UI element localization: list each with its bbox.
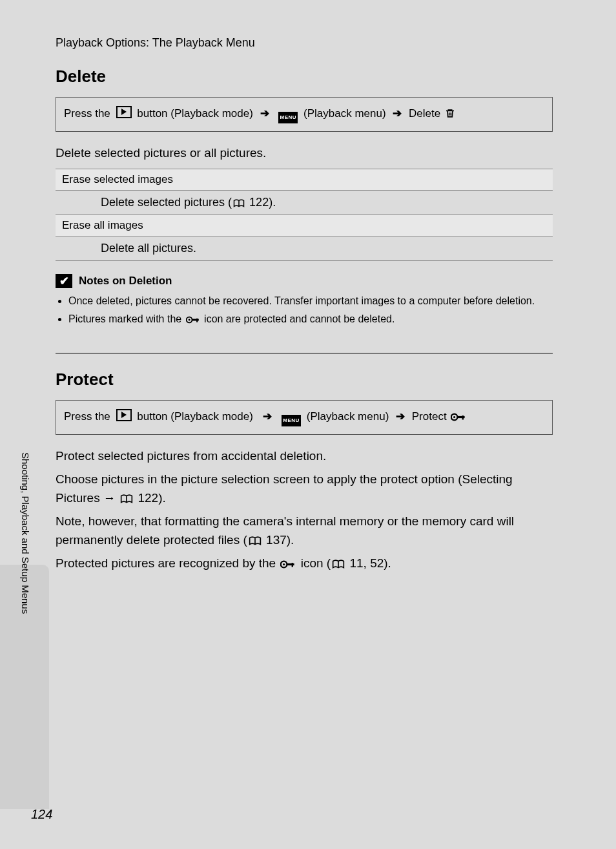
protect-key-icon: [186, 315, 200, 324]
arrow-icon: ➔: [260, 105, 269, 122]
playback-button-icon: [116, 409, 132, 421]
protect-key-icon: [451, 412, 466, 422]
section-heading-protect: Protect: [56, 370, 553, 390]
nav-text: (Playback menu): [307, 410, 389, 423]
reference-book-icon: [249, 536, 262, 546]
arrow-icon: ➔: [263, 408, 272, 425]
svg-point-1: [188, 319, 190, 321]
text: 122).: [134, 491, 166, 505]
text: 11, 52).: [346, 556, 391, 570]
note-item: Pictures marked with the icon are protec…: [68, 311, 553, 327]
navigation-path-protect: Press the button (Playback mode) ➔ MENU …: [56, 400, 553, 435]
page-content: Playback Options: The Playback Menu Dele…: [56, 36, 553, 576]
option-erase-all-desc: Delete all pictures.: [56, 236, 553, 261]
nav-text: Press the: [64, 410, 110, 423]
svg-rect-11: [292, 563, 293, 567]
svg-rect-3: [196, 319, 198, 322]
svg-point-9: [283, 563, 285, 565]
note-item: Once deleted, pictures cannot be recover…: [68, 293, 553, 309]
nav-text: (Playback menu): [303, 107, 386, 120]
notes-list: Once deleted, pictures cannot be recover…: [61, 293, 553, 327]
breadcrumb: Playback Options: The Playback Menu: [56, 36, 553, 50]
nav-text: Delete: [409, 107, 440, 120]
text: 122).: [246, 196, 276, 209]
protect-intro: Protect selected pictures from accidenta…: [56, 446, 553, 465]
option-erase-selected: Erase selected images: [56, 169, 553, 191]
option-erase-all: Erase all images: [56, 215, 553, 236]
notes-title: Notes on Deletion: [79, 275, 172, 288]
menu-button-icon: MENU: [278, 112, 298, 123]
notes-on-deletion: ✔ Notes on Deletion Once deleted, pictur…: [56, 274, 553, 327]
text: Delete selected pictures (: [101, 196, 232, 209]
text: 137).: [263, 533, 294, 547]
protect-key-icon: [280, 560, 296, 569]
text: Protected pictures are recognized by the: [56, 556, 279, 570]
protect-p4: Protected pictures are recognized by the…: [56, 554, 553, 572]
section-divider: [56, 353, 553, 354]
protect-p2: Choose pictures in the picture selection…: [56, 470, 553, 508]
nav-text: button (Playback mode): [137, 107, 253, 120]
svg-point-5: [453, 416, 455, 418]
check-box-icon: ✔: [56, 274, 72, 288]
arrow-icon: ➔: [396, 408, 405, 425]
side-chapter-label: Shooting, Playback and Setup Menus: [20, 452, 31, 614]
reference-book-icon: [233, 199, 245, 208]
delete-options-table: Erase selected images Delete selected pi…: [56, 169, 553, 261]
reference-book-icon: [332, 560, 345, 569]
option-erase-selected-desc: Delete selected pictures ( 122).: [56, 191, 553, 215]
playback-button-icon: [116, 106, 132, 118]
svg-rect-7: [462, 416, 464, 420]
navigation-path-delete: Press the button (Playback mode) ➔ MENU …: [56, 97, 553, 132]
delete-intro: Delete selected pictures or all pictures…: [56, 143, 553, 162]
arrow-icon: ➔: [393, 105, 402, 122]
manual-page: Shooting, Playback and Setup Menus 124 P…: [0, 0, 616, 849]
notes-header: ✔ Notes on Deletion: [56, 274, 553, 288]
text: icon (: [297, 556, 331, 570]
nav-text: Protect: [412, 410, 447, 423]
reference-book-icon: [120, 494, 133, 504]
menu-button-icon: MENU: [282, 415, 301, 426]
protect-p3: Note, however, that formatting the camer…: [56, 512, 553, 550]
trash-icon: [445, 108, 455, 119]
nav-text: button (Playback mode): [137, 410, 253, 423]
text: icon are protected and cannot be deleted…: [201, 313, 395, 324]
page-number: 124: [31, 807, 52, 822]
nav-text: Press the: [64, 107, 110, 120]
text: Pictures marked with the: [68, 313, 185, 324]
section-heading-delete: Delete: [56, 67, 553, 87]
